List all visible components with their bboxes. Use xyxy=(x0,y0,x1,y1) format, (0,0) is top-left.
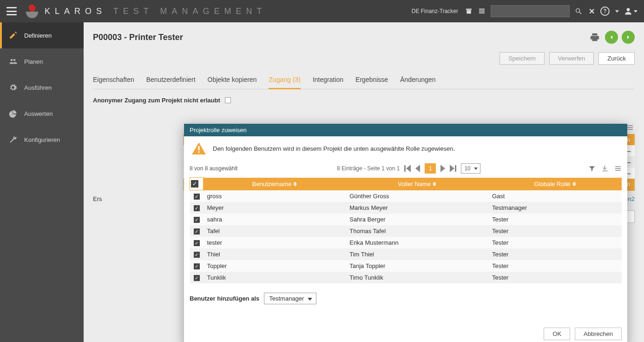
page-next-icon[interactable] xyxy=(440,165,445,172)
menu-toggle-icon[interactable] xyxy=(7,7,17,15)
svg-rect-14 xyxy=(198,151,200,153)
svg-rect-0 xyxy=(466,9,472,10)
tab-properties[interactable]: Eigenschaften xyxy=(93,73,134,89)
list-icon[interactable] xyxy=(478,7,486,15)
sidebar-item-label: Konfigurieren xyxy=(24,136,60,143)
sidebar-item-define[interactable]: Definieren xyxy=(0,22,84,48)
sidebar-item-configure[interactable]: Konfigurieren xyxy=(0,127,84,153)
sidebar-item-plan[interactable]: Planen xyxy=(0,48,84,74)
dialog-filter-icon[interactable] xyxy=(588,165,596,172)
cell-fullname: Tim Thiel xyxy=(346,248,488,260)
tab-changes[interactable]: Änderungen xyxy=(400,73,435,89)
svg-rect-1 xyxy=(467,10,471,13)
print-icon[interactable] xyxy=(588,31,601,44)
topbar: KLAROS TEST MANAGEMENT DE Finanz-Tracker… xyxy=(0,0,644,22)
help-icon[interactable]: ? xyxy=(600,7,610,16)
row-checkbox[interactable]: ✓ xyxy=(194,217,200,223)
table-row[interactable]: ✓ThielTim ThielTester xyxy=(190,248,622,260)
row-checkbox[interactable]: ✓ xyxy=(194,275,200,281)
table-row[interactable]: ✓grossGünther GrossGast xyxy=(190,190,622,202)
archive-icon[interactable] xyxy=(465,7,473,15)
row-checkbox[interactable]: ✓ xyxy=(194,205,200,211)
row-checkbox[interactable]: ✓ xyxy=(194,240,200,246)
cell-role: Tester xyxy=(488,214,622,225)
svg-rect-10 xyxy=(627,125,633,126)
select-all-checkbox[interactable]: ✓ xyxy=(191,180,198,188)
sidebar-item-execute[interactable]: Ausführen xyxy=(0,74,84,101)
table-row[interactable]: ✓MeyerMarkus MeyerTestmanager xyxy=(190,202,622,214)
row-checkbox[interactable]: ✓ xyxy=(194,252,200,258)
row-checkbox[interactable]: ✓ xyxy=(194,194,200,200)
col-fullname[interactable]: Voller Name xyxy=(398,181,431,188)
svg-point-7 xyxy=(627,8,630,11)
app-logo-icon xyxy=(26,4,38,18)
dialog-ok-button[interactable]: OK xyxy=(544,328,570,340)
table-row[interactable]: ✓TafelThomas TafelTester xyxy=(190,225,622,237)
cell-username: Tunklik xyxy=(204,272,346,283)
row-checkbox[interactable]: ✓ xyxy=(194,263,200,269)
back-button[interactable]: Zurück xyxy=(598,52,635,65)
page-size-select[interactable]: 10 xyxy=(461,163,480,174)
dialog-cancel-button[interactable]: Abbrechen xyxy=(575,328,622,340)
cell-role: Tester xyxy=(488,248,622,260)
add-as-role-select[interactable]: Testmanager xyxy=(264,293,316,304)
cell-username: tester xyxy=(204,237,346,248)
anon-access-checkbox[interactable] xyxy=(225,97,231,103)
sidebar-item-evaluate[interactable]: Auswerten xyxy=(0,101,84,127)
users-table: ✓ Benutzername Voller Name Globale Rolle… xyxy=(190,177,622,283)
edit-icon xyxy=(8,31,18,40)
svg-rect-16 xyxy=(615,168,621,168)
col-globalrole[interactable]: Globale Rolle xyxy=(534,181,570,188)
svg-rect-3 xyxy=(479,11,485,12)
tab-results[interactable]: Ergebnisse xyxy=(355,73,388,89)
svg-rect-11 xyxy=(627,127,633,127)
dialog-menu-icon[interactable] xyxy=(614,165,622,172)
row-checkbox[interactable]: ✓ xyxy=(194,228,200,235)
tab-userdefined[interactable]: Benutzerdefiniert xyxy=(146,73,196,89)
tab-integration[interactable]: Integration xyxy=(313,73,343,89)
clear-search-icon[interactable]: ✕ xyxy=(587,7,596,15)
sidebar-item-label: Definieren xyxy=(24,32,52,39)
cell-username: gross xyxy=(204,190,346,202)
cell-fullname: Thomas Tafel xyxy=(346,225,488,237)
svg-rect-15 xyxy=(615,166,621,167)
table-row[interactable]: ✓testerErika MustermannTester xyxy=(190,237,622,248)
menu-icon[interactable] xyxy=(626,124,634,131)
table-row[interactable]: ✓TunklikTimo TunklikTester xyxy=(190,272,622,283)
sidebar-item-label: Auswerten xyxy=(24,110,53,117)
save-button[interactable]: Speichern xyxy=(499,52,545,65)
page-number[interactable]: 1 xyxy=(425,163,436,174)
col-username[interactable]: Benutzername xyxy=(252,181,292,188)
cell-username: Toppler xyxy=(204,260,346,272)
next-record-icon[interactable] xyxy=(622,31,635,44)
svg-point-5 xyxy=(576,9,580,13)
cell-username: Thiel xyxy=(204,248,346,260)
tab-copy[interactable]: Objekte kopieren xyxy=(208,73,257,89)
paging-text: 8 Einträge - Seite 1 von 1 xyxy=(337,165,400,172)
tab-access[interactable]: Zugang (3) xyxy=(269,73,300,89)
dialog-message: Den folgenden Benutzern wird in diesem P… xyxy=(213,145,455,152)
cell-fullname: Timo Tunklik xyxy=(346,272,488,283)
page-last-icon[interactable] xyxy=(450,165,456,172)
dialog-download-icon[interactable] xyxy=(601,165,609,172)
prev-record-icon[interactable] xyxy=(605,31,618,44)
sidebar-item-label: Ausführen xyxy=(24,84,52,91)
page-prev-icon[interactable] xyxy=(415,165,420,172)
tabs: Eigenschaften Benutzerdefiniert Objekte … xyxy=(93,73,635,89)
table-row[interactable]: ✓TopplerTanja TopplerTester xyxy=(190,260,622,272)
search-icon[interactable] xyxy=(574,7,583,15)
cell-username: sahra xyxy=(204,214,346,225)
discard-button[interactable]: Verwerfen xyxy=(549,52,594,65)
app-title: KLAROS TEST MANAGEMENT xyxy=(45,7,266,16)
svg-rect-2 xyxy=(479,9,485,10)
search-input[interactable] xyxy=(491,5,570,17)
user-menu[interactable] xyxy=(624,7,637,16)
dialog-title: Projektrolle zuweisen xyxy=(184,124,627,136)
table-row[interactable]: ✓sahraSahra BergerTester xyxy=(190,214,622,225)
anon-access-label: Anonymer Zugang zum Projekt nicht erlaub… xyxy=(93,97,220,104)
svg-point-8 xyxy=(11,59,13,61)
cell-fullname: Erika Mustermann xyxy=(346,237,488,248)
svg-line-6 xyxy=(579,12,581,14)
selected-count: 8 von 8 ausgewählt xyxy=(190,165,237,172)
page-first-icon[interactable] xyxy=(404,165,411,172)
